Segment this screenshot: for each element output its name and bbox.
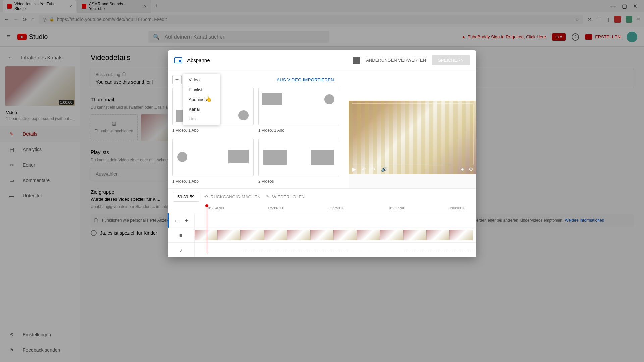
modal-left-panel: + AUS VIDEO IMPORTIEREN Video Playlist A…	[168, 70, 349, 188]
playhead[interactable]	[207, 205, 207, 253]
volume-icon[interactable]: 🔊	[381, 166, 387, 172]
redo-button[interactable]: ↷ WIEDERHOLEN	[266, 194, 305, 199]
feedback-icon[interactable]	[353, 57, 360, 64]
audio-track-button[interactable]: ♪	[168, 243, 194, 257]
audio-lane[interactable]	[195, 243, 476, 257]
undo-icon: ↶	[204, 194, 208, 199]
endscreen-modal: Abspanne ÄNDERUNGEN VERWERFEN SPEICHERN …	[168, 50, 476, 257]
video-track-button[interactable]: ■	[168, 228, 194, 243]
rewind-icon[interactable]: ↶	[362, 166, 366, 172]
add-element-dropdown: Video Playlist Abonnieren Kanal Link	[183, 74, 220, 125]
waveform	[195, 249, 473, 251]
modal-title: Abspanne	[187, 57, 210, 63]
timeline-panel: 59:39:59 ↶ RÜCKGÄNGIG MACHEN ↷ WIEDERHOL…	[168, 188, 476, 257]
modal-right-panel: ▶ ↶ ↷ 🔊 ⊞ ⚙	[349, 70, 476, 188]
import-from-video-link[interactable]: AUS VIDEO IMPORTIEREN	[277, 77, 334, 82]
timeline-ruler[interactable]: 0:59:40:00 0:59:45:00 0:59:50:00 0:59:55…	[195, 205, 476, 213]
video-preview: ▶ ↶ ↷ 🔊 ⊞ ⚙	[349, 101, 476, 174]
preview-controls: ▶ ↶ ↷ 🔊 ⊞ ⚙	[352, 166, 473, 172]
plus-icon[interactable]: +	[185, 218, 188, 224]
endscreen-track-button[interactable]: ▭ +	[168, 213, 194, 228]
redo-icon: ↷	[266, 194, 269, 199]
add-element-button[interactable]: +	[172, 75, 182, 84]
discard-button[interactable]: ÄNDERUNGEN VERWERFEN	[366, 58, 426, 63]
dropdown-item-subscribe[interactable]: Abonnieren	[183, 95, 220, 104]
play-icon[interactable]: ▶	[352, 166, 356, 172]
dropdown-item-channel[interactable]: Kanal	[183, 104, 220, 114]
endscreen-lane[interactable]	[195, 213, 476, 228]
endscreen-icon: ▭	[175, 217, 180, 224]
undo-button[interactable]: ↶ RÜCKGÄNGIG MACHEN	[204, 194, 261, 199]
endscreen-icon	[174, 57, 182, 63]
template-card[interactable]: 2 Videos	[258, 139, 339, 185]
modal-overlay[interactable]: Abspanne ÄNDERUNGEN VERWERFEN SPEICHERN …	[0, 0, 644, 362]
music-icon: ♪	[180, 247, 182, 253]
video-lane[interactable]	[195, 228, 476, 243]
template-card[interactable]: 1 Video, 1 Abo	[172, 139, 254, 185]
timecode[interactable]: 59:39:59	[173, 192, 199, 202]
dropdown-item-link: Link	[183, 114, 220, 124]
gear-icon[interactable]: ⚙	[469, 166, 473, 172]
modal-header: Abspanne ÄNDERUNGEN VERWERFEN SPEICHERN	[168, 50, 476, 70]
cursor-icon: 👆	[205, 96, 212, 102]
video-icon: ■	[179, 232, 183, 238]
dropdown-item-playlist[interactable]: Playlist	[183, 85, 220, 95]
template-card[interactable]: 1 Video, 1 Abo	[258, 88, 339, 134]
save-button[interactable]: SPEICHERN	[432, 55, 470, 65]
dropdown-item-video[interactable]: Video	[183, 75, 220, 85]
grid-icon[interactable]: ⊞	[460, 166, 465, 172]
forward-icon[interactable]: ↷	[371, 166, 376, 172]
